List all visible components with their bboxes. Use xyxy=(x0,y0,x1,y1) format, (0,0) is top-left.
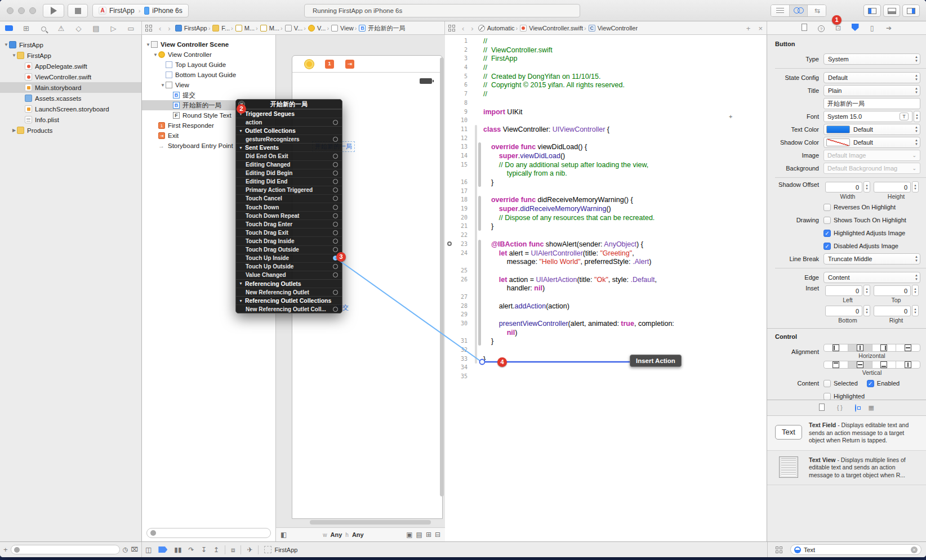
report-navigator-icon[interactable]: ▭ xyxy=(122,24,140,33)
hud-connection-row[interactable]: Touch Drag Enter xyxy=(236,219,342,228)
font-field[interactable]: System 15.0T xyxy=(823,111,912,122)
zoom-window-button[interactable] xyxy=(29,7,36,14)
bottom-field[interactable]: 0 xyxy=(825,306,862,316)
alignment-segment-f[interactable] xyxy=(896,344,920,351)
add-assistant-editor-button[interactable]: + xyxy=(742,24,755,33)
connection-well-icon[interactable] xyxy=(333,179,338,184)
hud-section-header[interactable]: ▼Triggered Segues xyxy=(236,109,342,118)
view-hierarchy-icon[interactable]: ⧈ xyxy=(228,546,239,554)
canvas-horizontal-scrollbar[interactable] xyxy=(310,520,431,525)
connections-hud[interactable]: ✕ 开始新的一局 ▼Triggered Seguesaction▼Outlet … xyxy=(235,99,342,313)
alignment-segment-b[interactable] xyxy=(872,361,897,368)
height-field[interactable]: 0 xyxy=(874,182,911,192)
library-item-text-field[interactable]: TextText Field - Displays editable text … xyxy=(767,416,926,451)
related-items-icon[interactable] xyxy=(448,25,455,32)
jump-bar-item[interactable]: ViewController xyxy=(598,25,638,32)
breakpoints-toggle-icon[interactable] xyxy=(158,546,167,553)
exit-icon[interactable]: ⇥ xyxy=(345,60,354,69)
connection-well-icon[interactable] xyxy=(333,162,338,167)
checkbox-disabled-adjusts-image[interactable]: ✓ xyxy=(823,243,831,250)
connections-inspector-icon[interactable]: ➔ xyxy=(880,24,897,32)
source-editor[interactable]: 1//2// ViewController.swift3// FirstApp4… xyxy=(445,35,767,541)
color-well[interactable] xyxy=(826,126,850,133)
font-picker-icon[interactable]: T xyxy=(900,113,909,120)
symbol-navigator-icon[interactable]: ⊞ xyxy=(17,24,35,33)
outline-row[interactable]: ▼View Controller Scene xyxy=(142,39,275,50)
issue-navigator-icon[interactable]: ⚠ xyxy=(52,24,70,33)
background-combo[interactable]: Default Background Imag⌄ xyxy=(823,163,920,174)
stack-embed-icon[interactable]: ▣ xyxy=(406,531,412,539)
hud-connection-row[interactable]: New Referencing Outlet xyxy=(236,288,342,296)
version-editor-button[interactable]: ⇆ xyxy=(808,5,826,16)
line-break-popup[interactable]: Truncate Middle▲▼ xyxy=(823,253,920,265)
type-popup[interactable]: System▲▼ xyxy=(823,53,920,65)
size-inspector-icon[interactable]: ▯ xyxy=(863,24,880,32)
file-row[interactable]: Assets.xcassets xyxy=(0,93,141,104)
library-search-field[interactable]: Text × xyxy=(790,544,921,555)
font-stepper[interactable]: ▲▼ xyxy=(914,111,920,122)
toggle-navigator-button[interactable] xyxy=(863,5,881,17)
hud-connection-row[interactable]: Editing Did Begin xyxy=(236,169,342,177)
run-button[interactable] xyxy=(43,4,64,17)
hud-section-header[interactable]: ▼Referencing Outlets xyxy=(236,279,342,288)
hud-connection-row[interactable]: Touch Drag Outside xyxy=(236,245,342,254)
quick-help-inspector-icon[interactable]: ? xyxy=(813,24,830,32)
file-row[interactable]: Main.storyboard xyxy=(0,82,141,93)
debug-navigator-icon[interactable]: ▤ xyxy=(87,24,105,33)
jump-bar-item[interactable]: Automatic xyxy=(487,25,515,32)
close-window-button[interactable] xyxy=(7,7,14,14)
jump-bar-item[interactable]: V... xyxy=(317,25,326,32)
connection-well-icon[interactable] xyxy=(333,239,338,244)
disclosure-triangle-icon[interactable]: ▼ xyxy=(160,83,166,88)
title-text-field[interactable]: 开始新的一局 xyxy=(823,98,920,109)
hud-section-header[interactable]: ▼Referencing Outlet Collections xyxy=(236,296,342,304)
jump-bar-item[interactable]: 开始新的一局 xyxy=(368,24,405,33)
identity-inspector-icon[interactable]: ⊡ xyxy=(830,24,847,32)
stepper[interactable]: ▲▼ xyxy=(863,285,870,296)
checkbox-highlighted[interactable] xyxy=(823,393,831,400)
breakpoint-navigator-icon[interactable]: ▷ xyxy=(105,24,122,33)
step-into-icon[interactable]: ↧ xyxy=(198,546,210,554)
hud-connection-row[interactable]: action xyxy=(236,118,342,126)
simulate-location-icon[interactable]: ✈ xyxy=(243,546,256,554)
alignment-segment-m[interactable] xyxy=(848,361,872,368)
code-snippet-library-icon[interactable]: { } xyxy=(837,405,842,411)
alignment-segment-c[interactable] xyxy=(848,344,872,351)
back-button[interactable]: ‹ xyxy=(155,24,164,33)
jump-bar-item[interactable]: V... xyxy=(294,25,303,32)
file-row[interactable]: Info.plist xyxy=(0,114,141,125)
file-inspector-icon[interactable] xyxy=(796,24,813,33)
connection-well-icon[interactable] xyxy=(333,213,338,218)
stop-button[interactable] xyxy=(68,4,88,17)
test-navigator-icon[interactable]: ◇ xyxy=(70,24,87,33)
standard-editor-button[interactable] xyxy=(771,5,790,16)
jump-bar-item[interactable]: M... xyxy=(244,25,255,32)
library-item-text-view[interactable]: Text View - Displays multiple lines of e… xyxy=(767,451,926,486)
view-controller-icon[interactable] xyxy=(305,60,314,69)
file-row[interactable]: LaunchScreen.storyboard xyxy=(0,104,141,114)
disclosure-triangle-icon[interactable]: ▼ xyxy=(11,53,17,58)
connection-well-icon[interactable] xyxy=(333,154,338,159)
connection-well-icon[interactable] xyxy=(333,222,338,227)
file-row[interactable]: ViewController.swift xyxy=(0,71,141,82)
back-button[interactable]: ‹ xyxy=(458,24,468,33)
connection-well-icon[interactable] xyxy=(333,120,338,125)
hud-connection-row[interactable]: Editing Changed xyxy=(236,160,342,169)
project-navigator-icon[interactable] xyxy=(0,24,17,33)
toggle-debug-area-icon[interactable]: ◫ xyxy=(142,546,155,554)
image-combo[interactable]: Default Image⌄ xyxy=(823,150,920,161)
connection-well-icon[interactable] xyxy=(333,171,338,176)
size-class-w-value[interactable]: Any xyxy=(331,531,342,538)
outline-row[interactable]: Bottom Layout Guide xyxy=(142,70,275,80)
stepper[interactable]: ▲▼ xyxy=(912,181,919,192)
left-field[interactable]: 0 xyxy=(825,285,862,296)
connection-well-icon[interactable] xyxy=(333,247,338,252)
stepper[interactable]: ▲▼ xyxy=(863,305,870,316)
jump-bar-item[interactable]: View xyxy=(340,25,354,32)
unsaved-files-icon[interactable]: ⌧ xyxy=(131,546,138,553)
outline-toggle-icon[interactable]: ◧ xyxy=(281,531,287,539)
hud-section-header[interactable]: ▼Outlet Collections xyxy=(236,126,342,135)
pause-icon[interactable]: ▮▮ xyxy=(171,546,185,554)
alignment-segment-t[interactable] xyxy=(824,361,848,368)
connection-well-icon[interactable] xyxy=(333,272,338,277)
